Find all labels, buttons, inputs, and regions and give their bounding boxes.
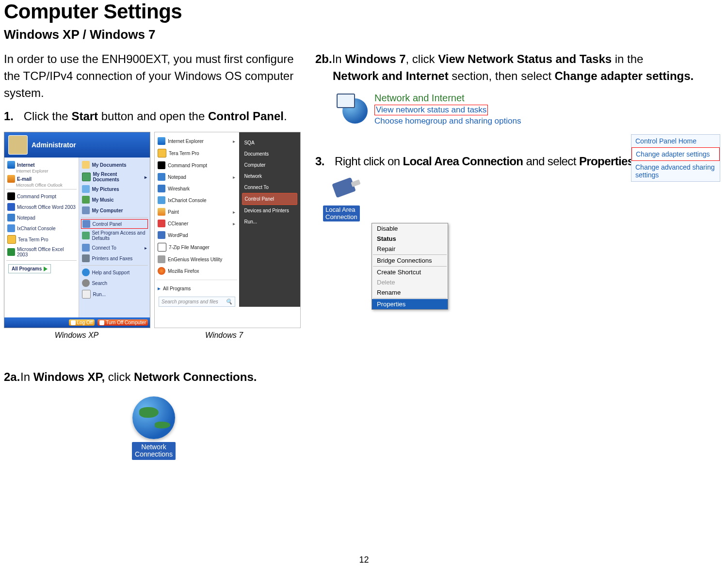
computer-icon: [82, 206, 90, 214]
xp-item-teraterm[interactable]: Tera Term Pro: [6, 234, 77, 245]
run-icon: [82, 290, 91, 299]
ctx-bridge[interactable]: Bridge Connections: [372, 255, 448, 266]
xp-item-run[interactable]: Run...: [81, 288, 148, 300]
xp-user-name: Administrator: [32, 141, 76, 149]
caption-windows-7: Windows 7: [149, 331, 299, 340]
w7-search-input[interactable]: Search programs and files 🔍: [159, 297, 235, 307]
teraterm-icon: [7, 235, 16, 244]
lan-label: Local AreaConnection: [323, 205, 360, 221]
step-2b-cont: Network and Internet section, then selec…: [315, 68, 724, 85]
w7-item-documents[interactable]: Documents: [242, 148, 297, 159]
engenius-icon: [158, 255, 165, 263]
w7-item-engenius[interactable]: EnGenius Wireless Utility: [157, 253, 237, 265]
w7-item-devices-printers[interactable]: Devices and Printers: [242, 205, 297, 216]
xp-logoff-button[interactable]: Log Off: [69, 319, 95, 326]
windows-xp-start-menu: Administrator Internet Internet Explorer…: [4, 132, 150, 328]
cpl-change-adapter-settings[interactable]: Change adapter settings: [631, 147, 720, 161]
globe-icon[interactable]: [132, 396, 175, 439]
w7-item-network[interactable]: Network: [242, 171, 297, 182]
w7-item-ie[interactable]: Internet Explorer▸: [157, 135, 237, 147]
pictures-icon: [82, 185, 90, 193]
w7-item-computer[interactable]: Computer: [242, 159, 297, 171]
xp-item-search[interactable]: Search: [81, 278, 148, 288]
intro-text: In order to use the ENH900EXT, you must …: [4, 51, 304, 101]
w7-item-7zip[interactable]: 7-Zip File Manager: [157, 241, 237, 253]
w7-item-control-panel[interactable]: Control Panel: [242, 193, 297, 205]
ie-icon: [7, 161, 15, 169]
w7-item-run[interactable]: Run...: [242, 216, 297, 227]
xp-item-email-sub: Microsoft Office Outlook: [16, 183, 77, 188]
paint-icon: [158, 208, 165, 216]
xp-item-music[interactable]: My Music: [81, 194, 148, 205]
xp-item-notepad[interactable]: Notepad: [6, 212, 77, 223]
firefox-icon: [158, 267, 165, 275]
logoff-icon: [71, 320, 76, 325]
network-connections-icon-block: NetworkConnections: [4, 396, 304, 460]
step-2a: 2a.In Windows XP, click Network Connecti…: [4, 369, 304, 386]
lan-adapter-icon[interactable]: [334, 180, 365, 204]
w7-item-firefox[interactable]: Mozilla Firefox: [157, 265, 237, 277]
w7-item-connect-to[interactable]: Connect To: [242, 182, 297, 193]
w7-all-programs[interactable]: ▸All Programs: [157, 283, 237, 294]
xp-all-programs[interactable]: All Programs: [8, 264, 51, 273]
subtitle: Windows XP / Windows 7: [4, 27, 728, 42]
wireshark-icon: [158, 185, 165, 192]
xp-item-mydocs[interactable]: My Documents: [81, 159, 148, 170]
figure-captions: Windows XP Windows 7: [4, 331, 304, 340]
ctx-delete: Delete: [372, 277, 448, 287]
ctx-create-shortcut[interactable]: Create Shortcut: [372, 267, 448, 277]
ctx-repair[interactable]: Repair: [372, 244, 448, 254]
xp-item-excel[interactable]: Microsoft Office Excel 2003: [6, 245, 77, 259]
xp-item-word[interactable]: Microsoft Office Word 2003: [6, 202, 77, 212]
xp-turnoff-button[interactable]: Turn Off Computer: [97, 319, 148, 326]
folder-icon: [82, 161, 90, 169]
xp-item-pictures[interactable]: My Pictures: [81, 184, 148, 194]
arrow-right-icon: [44, 267, 48, 271]
music-icon: [82, 196, 90, 204]
context-menu: Disable Status Repair Bridge Connections…: [372, 223, 448, 310]
xp-item-recentdocs[interactable]: My Recent Documents ▸: [81, 170, 148, 184]
w7-item-wireshark[interactable]: Wireshark: [157, 183, 237, 194]
xp-item-cmd[interactable]: Command Prompt: [6, 191, 77, 202]
ctx-disable[interactable]: Disable: [372, 223, 448, 234]
cmd-icon: [7, 192, 15, 200]
search-icon: [82, 279, 90, 287]
w7-item-cmd[interactable]: Command Prompt: [157, 159, 237, 171]
w7-item-paint[interactable]: Paint▸: [157, 206, 237, 218]
xp-item-help[interactable]: Help and Support: [81, 267, 148, 278]
ctx-properties[interactable]: Properties: [372, 299, 448, 309]
ctx-status[interactable]: Status: [372, 234, 448, 244]
xp-item-printers[interactable]: Printers and Faxes: [81, 253, 148, 264]
ni-title: Network and Internet: [374, 93, 521, 104]
mail-icon: [7, 175, 15, 183]
xp-item-control-panel[interactable]: Control Panel: [81, 219, 148, 229]
w7-item-ixchariot[interactable]: IxChariot Console: [157, 194, 237, 206]
network-connections-label: NetworkConnections: [132, 442, 176, 460]
w7-item-user[interactable]: SQA: [242, 137, 297, 148]
excel-icon: [7, 248, 15, 256]
w7-item-ccleaner[interactable]: CCleaner▸: [157, 218, 237, 229]
xp-item-set-program-access[interactable]: Set Program Access and Defaults: [81, 229, 148, 242]
help-icon: [82, 268, 90, 276]
cmd-icon: [158, 161, 165, 169]
w7-item-notepad[interactable]: Notepad▸: [157, 171, 237, 183]
7zip-icon: [158, 243, 166, 252]
xp-item-connect-to[interactable]: Connect To ▸: [81, 242, 148, 253]
ixchariot-icon: [7, 224, 15, 232]
ni-view-status-link[interactable]: View network status and tasks: [374, 105, 488, 115]
ie-icon: [158, 137, 165, 145]
w7-item-teraterm[interactable]: Tera Term Pro: [157, 147, 237, 159]
search-icon: 🔍: [226, 299, 232, 305]
ni-homegroup-link[interactable]: Choose homegroup and sharing options: [374, 116, 521, 126]
w7-item-wordpad[interactable]: WordPad: [157, 229, 237, 241]
xp-item-ixchariot[interactable]: IxChariot Console: [6, 223, 77, 234]
notepad-icon: [7, 214, 15, 221]
cpl-change-advanced-sharing[interactable]: Change advanced sharing settings: [631, 161, 720, 181]
xp-item-mycomputer[interactable]: My Computer: [81, 205, 148, 216]
cpl-home-link[interactable]: Control Panel Home: [631, 135, 720, 147]
power-icon: [99, 320, 104, 325]
network-internet-category: Network and Internet View network status…: [337, 93, 724, 126]
ctx-rename[interactable]: Rename: [372, 287, 448, 298]
page-number: 12: [0, 555, 728, 565]
wordpad-icon: [158, 231, 165, 239]
